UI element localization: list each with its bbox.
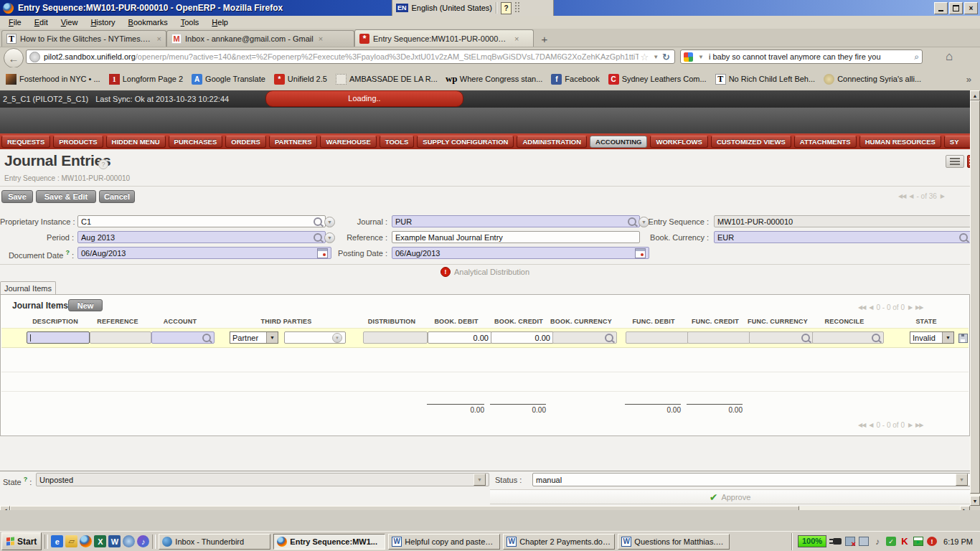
- quicklaunch-word-icon[interactable]: W: [108, 535, 121, 547]
- distribution-input[interactable]: [363, 331, 428, 344]
- reload-icon[interactable]: ↻: [662, 52, 670, 62]
- security-alert-icon[interactable]: !: [927, 537, 937, 546]
- quicklaunch-excel-icon[interactable]: X: [94, 535, 106, 547]
- display-icon[interactable]: [859, 537, 869, 546]
- quicklaunch-ie-icon[interactable]: e: [51, 535, 63, 547]
- home-icon[interactable]: ⌂: [946, 50, 953, 64]
- new-line-button[interactable]: New: [68, 299, 103, 311]
- func-debit-input[interactable]: [626, 331, 689, 344]
- prev-page-icon[interactable]: ◀: [869, 304, 872, 311]
- volume-icon[interactable]: ♪: [872, 537, 882, 546]
- bookmarks-overflow-icon[interactable]: »: [966, 74, 977, 85]
- bookmark-star-icon[interactable]: ☆: [641, 52, 649, 62]
- state-select[interactable]: Invalid▼: [910, 331, 954, 344]
- back-button[interactable]: ←: [4, 48, 24, 68]
- task-thunderbird[interactable]: Inbox - Thunderbird: [159, 534, 270, 550]
- update-icon[interactable]: ✓: [886, 537, 896, 546]
- field-help-icon[interactable]: ?: [24, 476, 28, 483]
- bookmark-facebook[interactable]: fFacebook: [548, 72, 602, 86]
- journal-field[interactable]: PUR: [392, 215, 640, 227]
- google-icon[interactable]: [684, 52, 693, 62]
- description-input[interactable]: [27, 331, 90, 344]
- bookmark-google-translate[interactable]: AGoogle Translate: [189, 72, 268, 86]
- network-error-icon[interactable]: [845, 537, 855, 546]
- url-bar[interactable]: pilot2.sandbox.unifield.org/openerp/menu…: [26, 50, 675, 64]
- menu-tools[interactable]: TOOLS: [380, 136, 415, 148]
- search-input[interactable]: i baby so cannot travel anymore can they…: [709, 52, 911, 61]
- bookmark-unifield[interactable]: *Unifield 2.5: [271, 72, 330, 86]
- func-credit-input[interactable]: [687, 331, 750, 344]
- bookmark-norichchild[interactable]: TNo Rich Child Left Beh...: [712, 72, 818, 86]
- menu-supply-configuration[interactable]: SUPPLY CONFIGURATION: [417, 136, 514, 148]
- scroll-up-icon[interactable]: ▲: [970, 90, 980, 100]
- chevron-down-icon[interactable]: ▼: [956, 474, 968, 486]
- menu-accounting[interactable]: ACCOUNTING: [590, 136, 647, 148]
- prev-page-icon[interactable]: ◀: [869, 422, 872, 428]
- quicklaunch-browser-icon[interactable]: [123, 535, 135, 547]
- restore-button[interactable]: [949, 2, 963, 14]
- tab-openerp[interactable]: * Entry Sequence:MW101-PUR-000010 - O...…: [354, 29, 534, 47]
- book-credit-input[interactable]: 0.00: [491, 331, 554, 344]
- reference-field[interactable]: Example Manual Journal Entry: [392, 231, 640, 243]
- close-tab-icon[interactable]: ×: [319, 34, 323, 43]
- minimize-button[interactable]: [934, 2, 948, 14]
- save-button[interactable]: Save: [1, 190, 33, 203]
- activity-icon[interactable]: ▸: [913, 537, 923, 546]
- menu-warehouse[interactable]: WAREHOUSE: [320, 136, 376, 148]
- search-icon[interactable]: ⌕: [914, 52, 919, 62]
- menu-workflows[interactable]: WORKFLOWS: [650, 136, 707, 148]
- kaspersky-icon[interactable]: K: [900, 537, 910, 546]
- menu-partners[interactable]: PARTNERS: [269, 136, 318, 148]
- third-party-select[interactable]: ▼: [284, 331, 346, 344]
- menu-human-resources[interactable]: HUMAN RESOURCES: [859, 136, 941, 148]
- calendar-icon[interactable]: [635, 248, 646, 258]
- next-page-icon[interactable]: ▶: [941, 193, 944, 199]
- field-help-icon[interactable]: ?: [65, 249, 70, 256]
- chevron-down-icon[interactable]: ▼: [942, 332, 953, 343]
- title-help-icon[interactable]: ?: [98, 159, 108, 169]
- scroll-down-icon[interactable]: ▼: [970, 496, 980, 506]
- task-firefox-active[interactable]: Entry Sequence:MW1...: [273, 534, 385, 550]
- next-page-icon[interactable]: ▶: [908, 304, 912, 311]
- menu-requests[interactable]: REQUESTS: [1, 136, 50, 148]
- bookmark-washpost[interactable]: wpWhere Congress stan...: [443, 72, 546, 86]
- url-text[interactable]: pilot2.sandbox.unifield.org/openerp/menu…: [44, 52, 639, 61]
- proprietary-instance-field[interactable]: C1: [77, 215, 326, 227]
- bookmark-sydney[interactable]: CSydney Leathers Com...: [606, 72, 710, 86]
- bookmark-longform[interactable]: 1Longform Page 2: [106, 72, 186, 86]
- partner-type-select[interactable]: Partner▼: [230, 331, 278, 344]
- save-row-icon[interactable]: [958, 334, 968, 343]
- close-button[interactable]: ×: [964, 2, 978, 14]
- entry-sequence-field[interactable]: MW101-PUR-000010: [714, 215, 971, 227]
- bookmark-ambassade[interactable]: AMBASSADE DE LA R...: [333, 72, 440, 86]
- language-badge[interactable]: EN: [396, 4, 408, 12]
- last-page-icon[interactable]: ▶▶: [915, 422, 923, 428]
- prev-page-icon[interactable]: ◀: [909, 193, 913, 199]
- language-label[interactable]: English (United States): [412, 4, 493, 12]
- menu-customized-views[interactable]: CUSTOMIZED VIEWS: [711, 136, 791, 148]
- quicklaunch-media-icon[interactable]: ♪: [137, 535, 149, 547]
- last-page-icon[interactable]: ▶▶: [915, 304, 923, 311]
- task-word-helpful[interactable]: WHelpful copy and pastes....: [388, 534, 500, 550]
- task-word-chapter2[interactable]: WChapter 2 Payments.doc...: [503, 534, 615, 550]
- analytical-distribution-label[interactable]: Analytical Distribution: [454, 268, 529, 276]
- first-page-icon[interactable]: ◀◀: [898, 193, 905, 199]
- reconcile-input[interactable]: [812, 331, 884, 344]
- period-field[interactable]: Aug 2013: [77, 231, 326, 243]
- menu-administration[interactable]: ADMINISTRATION: [517, 136, 587, 148]
- list-view-button[interactable]: [946, 155, 964, 168]
- menu-attachments[interactable]: ATTACHMENTS: [794, 136, 857, 148]
- url-dropdown-icon[interactable]: ▼: [653, 54, 659, 60]
- account-input[interactable]: [151, 331, 215, 344]
- first-page-icon[interactable]: ◀◀: [858, 422, 865, 428]
- bookmark-syria[interactable]: Connecting Syria's alli...: [821, 72, 924, 86]
- menu-view[interactable]: View: [55, 17, 84, 27]
- book-debit-input[interactable]: 0.00: [428, 331, 492, 344]
- menu-products[interactable]: PRODUCTS: [53, 136, 103, 148]
- menu-sync[interactable]: SY: [944, 136, 970, 148]
- document-date-field[interactable]: 06/Aug/2013: [77, 247, 331, 259]
- toolbar-grip-icon[interactable]: [515, 2, 519, 14]
- menu-purchases[interactable]: PURCHASES: [169, 136, 223, 148]
- reference-input[interactable]: [90, 331, 151, 344]
- site-identity-icon[interactable]: [29, 52, 40, 62]
